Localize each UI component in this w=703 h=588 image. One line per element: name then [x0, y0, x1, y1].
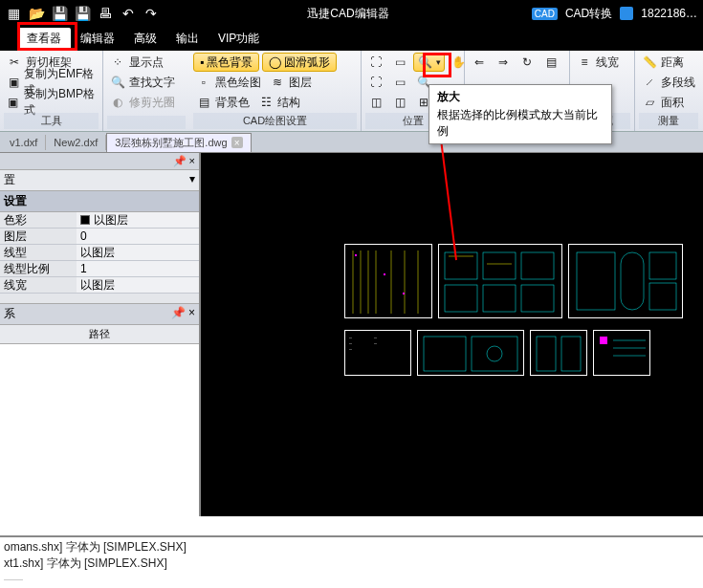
pos-btn-2[interactable]: ▭ — [389, 53, 410, 72]
bmp-icon: ▣ — [7, 95, 20, 110]
prop-row-lscale[interactable]: 线型比例1 — [0, 261, 199, 277]
svg-rect-16 — [521, 285, 554, 312]
nav-back[interactable]: ⇐ — [469, 53, 490, 72]
find-icon: 🔍 — [110, 75, 125, 90]
pos-btn-1[interactable]: ⛶ — [365, 53, 386, 72]
black-draw-button[interactable]: ▫黑色绘图 — [193, 73, 264, 92]
thumbnail-row-1 — [344, 244, 683, 318]
tab-advanced[interactable]: 高级 — [124, 28, 166, 50]
structure-button[interactable]: ☷结构 — [255, 93, 303, 112]
ribbon-group-tools2: ⁘显示点 🔍查找文字 ◐修剪光圈 — [103, 51, 189, 131]
open-icon[interactable]: 📂 — [29, 6, 44, 21]
cad-badge-icon: CAD — [532, 8, 558, 20]
chevron-down-icon: ▾ — [436, 57, 441, 67]
linewidth-button[interactable]: ≡线宽 — [574, 53, 630, 72]
pos-btn-6[interactable]: ▭ — [389, 73, 410, 92]
pin-icon[interactable]: 📌 × — [173, 155, 195, 167]
tab-editor[interactable]: 编辑器 — [71, 28, 124, 50]
zoom-extents-icon: ⛶ — [368, 54, 384, 70]
drawing-thumb[interactable] — [530, 330, 587, 376]
prop-row-ltype[interactable]: 线型以图层 — [0, 245, 199, 261]
svg-rect-22 — [649, 283, 676, 310]
chevron-down-icon: ▾ — [189, 172, 195, 185]
color-swatch — [80, 215, 90, 225]
drawing-canvas[interactable]: ————— — [201, 153, 703, 516]
poly-icon: ⟋ — [642, 75, 657, 90]
user-label[interactable]: 1822186… — [641, 7, 697, 20]
convert-button[interactable]: CAD转换 — [565, 6, 612, 22]
quick-access-toolbar: ▦ 📂 💾 💾 🖶 ↶ ↷ — [0, 6, 165, 21]
bgcolor-icon: ▤ — [196, 95, 211, 110]
svg-rect-19 — [577, 252, 615, 310]
print-icon[interactable]: 🖶 — [98, 6, 113, 21]
black-bg-button[interactable]: ▪黑色背景 — [193, 53, 259, 72]
drawing-thumb[interactable] — [568, 244, 683, 318]
smooth-arc-button[interactable]: ◯圆滑弧形 — [262, 53, 337, 72]
copy-bmp-button[interactable]: ▣复制为BMP格式 — [4, 93, 99, 112]
app-title: 迅捷CAD编辑器 — [165, 6, 532, 22]
bg-icon: ▪ — [200, 55, 204, 69]
pin-icon[interactable]: 📌 × — [171, 306, 195, 322]
drawing-thumb[interactable] — [593, 330, 650, 376]
linewidth-icon: ≡ — [577, 54, 592, 70]
svg-rect-28 — [424, 337, 466, 371]
user-icon[interactable] — [620, 7, 633, 20]
layer-icon: ≋ — [270, 75, 285, 90]
log-line: xt1.shx] 字体为 [SIMPLEX.SHX] — [4, 555, 699, 572]
tab-output[interactable]: 输出 — [166, 28, 209, 50]
drawing-thumb[interactable] — [438, 244, 562, 318]
saveas-icon[interactable]: 💾 — [75, 6, 90, 21]
save-icon[interactable]: 💾 — [52, 6, 67, 21]
nav-home[interactable]: ▤ — [540, 53, 561, 72]
file-tab-2[interactable]: New2.dxf — [46, 135, 106, 150]
show-point-button[interactable]: ⁘显示点 — [107, 53, 186, 72]
drawing-thumb[interactable] — [344, 244, 432, 318]
menubar: 查看器 编辑器 高级 输出 VIP功能 — [0, 27, 703, 51]
undo-icon[interactable]: ↶ — [121, 6, 136, 21]
svg-text:—: — — [349, 341, 352, 345]
titlebar: ▦ 📂 💾 💾 🖶 ↶ ↷ 迅捷CAD编辑器 CAD CAD转换 1822186… — [0, 0, 703, 27]
group-label-tools: 工具 — [4, 113, 99, 129]
zoom-in-button[interactable]: 🔍▾ — [413, 53, 445, 72]
svg-rect-31 — [537, 337, 556, 371]
panel-combo[interactable]: 置 ▾ — [0, 170, 199, 191]
find-text-button[interactable]: 🔍查找文字 — [107, 73, 186, 92]
bgcolor-button[interactable]: ▤背景色 — [193, 93, 253, 112]
svg-text:—: — — [374, 341, 377, 345]
hand-icon: ✋ — [450, 54, 466, 70]
nav-fwd[interactable]: ⇒ — [493, 53, 514, 72]
tab-vip[interactable]: VIP功能 — [209, 28, 269, 50]
drawing-thumb[interactable]: ————— — [344, 330, 411, 376]
area-button[interactable]: ▱面积 — [639, 93, 698, 112]
file-tab-3[interactable]: 3层独栋别墅施工图.dwg × — [106, 133, 251, 152]
redo-icon[interactable]: ↷ — [143, 6, 159, 21]
drawing-thumb[interactable] — [417, 330, 524, 376]
svg-rect-9 — [384, 273, 385, 275]
svg-text:—: — — [349, 336, 352, 339]
file-tab-1[interactable]: v1.dxf — [2, 135, 46, 150]
tab-viewer[interactable]: 查看器 — [17, 28, 71, 50]
nav-refresh[interactable]: ↻ — [516, 53, 538, 72]
group-label-draw: CAD绘图设置 — [193, 113, 357, 129]
pos-btn-5[interactable]: ⛶ — [365, 73, 386, 92]
fit-icon: ⛶ — [368, 75, 384, 90]
prop-row-lwidth[interactable]: 线宽以图层 — [0, 277, 199, 294]
view2-icon: ◫ — [392, 95, 407, 110]
pos-btn-8[interactable]: ◫ — [365, 93, 386, 112]
close-icon[interactable]: × — [231, 137, 243, 148]
prop-row-color[interactable]: 色彩以图层 — [0, 212, 199, 229]
pos-btn-9[interactable]: ◫ — [389, 93, 410, 112]
prop-row-layer[interactable]: 图层0 — [0, 229, 199, 245]
svg-rect-15 — [483, 285, 516, 312]
distance-button[interactable]: 📏距离 — [639, 53, 698, 72]
svg-rect-29 — [472, 337, 517, 371]
svg-text:—: — — [374, 336, 377, 339]
svg-rect-12 — [483, 252, 516, 279]
layer-button[interactable]: ≋图层 — [267, 73, 315, 92]
arrow-left-icon: ⇐ — [472, 54, 487, 70]
zoom-sel-icon: ▭ — [392, 75, 407, 90]
polyseg-button[interactable]: ⟋多段线 — [639, 73, 698, 92]
new-icon[interactable]: ▦ — [6, 6, 21, 21]
clip-icon: ✂ — [7, 54, 22, 70]
svg-rect-13 — [521, 252, 554, 279]
